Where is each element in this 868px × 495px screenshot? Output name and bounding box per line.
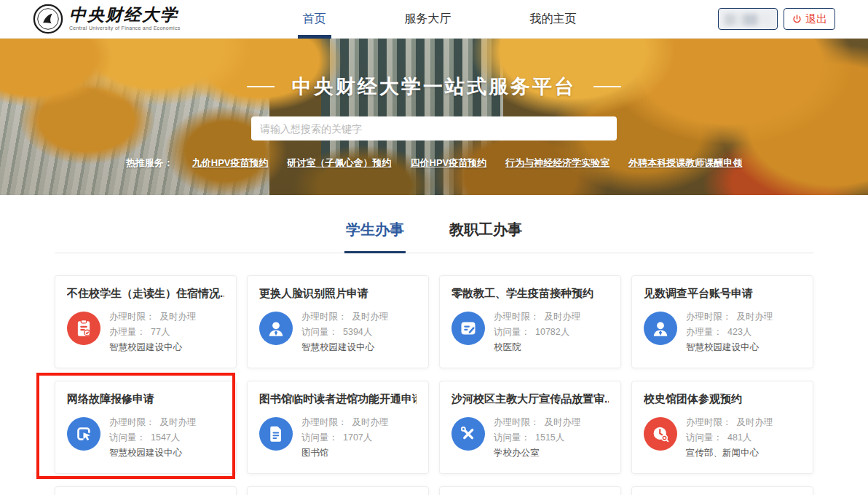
service-card-info: 办理时限：及时办理 访问量：10782人 校医院 <box>494 309 581 355</box>
service-card-title: 网络故障报修申请 <box>67 392 224 406</box>
service-count: 办理量：423人 <box>686 325 773 340</box>
cursor-click-icon <box>67 417 100 451</box>
logo-text: 中央财经大学 Central University of Finance and… <box>69 7 181 31</box>
power-icon <box>792 14 802 25</box>
tab[interactable]: 学生办事 <box>344 220 406 253</box>
service-card[interactable]: 沙河校区主教大厅宣传品放置审... 办理时限：及时办理 访问量：1515人 学校… <box>439 381 621 474</box>
logout-button[interactable]: 退出 <box>784 8 835 30</box>
service-department: 智慧校园建设中心 <box>301 340 389 355</box>
service-card-info: 办理时限：及时办理 办理量：77人 智慧校园建设中心 <box>109 309 197 355</box>
service-card-title: 校史馆团体参观预约 <box>644 392 801 406</box>
hot-service-link[interactable]: 四价HPV疫苗预约 <box>411 157 487 170</box>
main-nav: 首页 服务大厅 我的主页 <box>303 0 577 39</box>
service-card[interactable]: 零散教工、学生疫苗接种预约 办理时限：及时办理 访问量：10782人 校医院 <box>439 275 621 368</box>
service-card-info: 办理时限：及时办理 访问量：5394人 智慧校园建设中心 <box>301 309 389 355</box>
service-card[interactable]: 网络故障报修申请 办理时限：及时办理 访问量：1547人 智慧校园建设中心 <box>55 381 237 474</box>
user-icon <box>644 312 677 345</box>
service-card-info: 办理时限：及时办理 访问量：481人 宣传部、新闻中心 <box>686 415 773 461</box>
service-card-body: 办理时限：及时办理 访问量：1707人 图书馆 <box>259 415 417 461</box>
university-seal-icon <box>33 4 63 34</box>
service-card[interactable]: 不住校学生（走读生）住宿情况... 办理时限：及时办理 办理量：77人 智慧校园… <box>55 275 237 368</box>
hot-service-link[interactable]: 外聘本科授课教师课酬申领 <box>628 157 742 170</box>
page: 中央财经大学 Central University of Finance and… <box>0 0 868 495</box>
service-card-body: 办理时限：及时办理 访问量：481人 宣传部、新闻中心 <box>644 415 801 461</box>
service-card-title: 更换人脸识别照片申请 <box>259 287 417 301</box>
hot-service-link[interactable]: 研讨室（子佩心舍）预约 <box>288 157 392 170</box>
service-department: 学校办公室 <box>494 446 581 461</box>
service-card-partial[interactable] <box>631 486 813 495</box>
nav-item-label: 我的主页 <box>530 12 577 27</box>
top-header: 中央财经大学 Central University of Finance and… <box>0 0 868 39</box>
service-card-info: 办理时限：及时办理 办理量：423人 智慧校园建设中心 <box>686 309 773 355</box>
service-time-limit: 办理时限：及时办理 <box>301 309 389 325</box>
service-card-partial[interactable] <box>439 486 621 495</box>
username-redacted <box>725 14 771 25</box>
hot-service-link[interactable]: 九价HPV疫苗预约 <box>192 157 269 170</box>
service-time-limit: 办理时限：及时办理 <box>109 309 197 325</box>
hot-service-link[interactable]: 行为与神经经济学实验室 <box>505 157 609 170</box>
service-card-body: 办理时限：及时办理 访问量：1515人 学校办公室 <box>451 415 609 461</box>
platform-title: 中央财经大学一站式服务平台 <box>292 74 576 100</box>
service-department: 校医院 <box>494 340 581 355</box>
tools-icon <box>451 417 485 451</box>
service-time-limit: 办理时限：及时办理 <box>494 415 581 430</box>
clipboard-check-icon <box>67 312 100 345</box>
service-count: 访问量：5394人 <box>301 325 389 340</box>
service-time-limit: 办理时限：及时办理 <box>494 309 581 325</box>
service-time-limit: 办理时限：及时办理 <box>686 415 773 430</box>
service-card-grid: 不住校学生（走读生）住宿情况... 办理时限：及时办理 办理量：77人 智慧校园… <box>55 275 813 495</box>
logout-label: 退出 <box>805 12 827 26</box>
service-count: 办理量：77人 <box>109 325 197 340</box>
service-count: 访问量：1515人 <box>494 430 581 446</box>
service-card[interactable]: 见数调查平台账号申请 办理时限：及时办理 办理量：423人 智慧校园建设中心 <box>631 275 813 368</box>
service-card[interactable]: 更换人脸识别照片申请 办理时限：及时办理 访问量：5394人 智慧校园建设中心 <box>247 275 429 368</box>
service-department: 宣传部、新闻中心 <box>686 446 773 461</box>
nav-item-label: 首页 <box>303 12 326 27</box>
service-card-title: 零散教工、学生疫苗接种预约 <box>451 287 609 301</box>
hero-banner: 中央财经大学一站式服务平台 热推服务： 九价HPV疫苗预约研讨室（子佩心舍）预约… <box>0 39 868 195</box>
banner-content: 中央财经大学一站式服务平台 热推服务： 九价HPV疫苗预约研讨室（子佩心舍）预约… <box>0 39 868 195</box>
logo-name-cn: 中央财经大学 <box>69 7 181 24</box>
nav-item-link[interactable]: 服务大厅 <box>405 0 451 39</box>
service-card-title: 见数调查平台账号申请 <box>644 287 801 301</box>
note-pen-icon <box>451 312 485 345</box>
header-right: 退出 <box>718 8 835 30</box>
service-card[interactable]: 校史馆团体参观预约 办理时限：及时办理 访问量：481人 宣传部、新闻中心 <box>631 381 813 474</box>
service-card-partial[interactable] <box>247 486 429 495</box>
service-card[interactable]: 图书馆临时读者进馆功能开通申请 办理时限：及时办理 访问量：1707人 图书馆 <box>247 381 429 474</box>
service-department: 智慧校园建设中心 <box>109 340 197 355</box>
user-icon <box>259 312 293 345</box>
search-input[interactable] <box>251 116 617 140</box>
service-card-title: 图书馆临时读者进馆功能开通申请 <box>259 392 417 406</box>
service-count: 访问量：1547人 <box>109 430 197 446</box>
document-icon <box>259 417 293 451</box>
service-time-limit: 办理时限：及时办理 <box>686 309 773 325</box>
service-card-partial[interactable] <box>55 486 237 495</box>
service-card-body: 办理时限：及时办理 访问量：10782人 校医院 <box>451 309 609 355</box>
service-count: 访问量：10782人 <box>494 325 581 340</box>
service-time-limit: 办理时限：及时办理 <box>109 415 197 430</box>
tabs-bar: 学生办事教职工办事 <box>55 220 813 253</box>
service-department: 智慧校园建设中心 <box>109 446 197 461</box>
tab[interactable]: 教职工办事 <box>448 220 524 253</box>
title-dash-right <box>593 86 621 87</box>
service-card-body: 办理时限：及时办理 访问量：1547人 智慧校园建设中心 <box>67 415 224 461</box>
title-dash-left <box>247 86 275 87</box>
service-card-body: 办理时限：及时办理 办理量：423人 智慧校园建设中心 <box>644 309 801 355</box>
nav-item-link[interactable]: 我的主页 <box>530 0 577 39</box>
service-card-title: 不住校学生（走读生）住宿情况... <box>67 287 224 301</box>
main-content: 学生办事教职工办事 不住校学生（走读生）住宿情况... 办理时限：及时办理 办理… <box>55 195 813 495</box>
service-card-info: 办理时限：及时办理 访问量：1547人 智慧校园建设中心 <box>109 415 197 461</box>
service-department: 图书馆 <box>301 446 389 461</box>
service-card-body: 办理时限：及时办理 访问量：5394人 智慧校园建设中心 <box>259 309 417 355</box>
service-card-body: 办理时限：及时办理 办理量：77人 智慧校园建设中心 <box>67 309 224 355</box>
service-count: 访问量：1707人 <box>301 430 389 446</box>
service-card-info: 办理时限：及时办理 访问量：1515人 学校办公室 <box>494 415 581 461</box>
university-logo[interactable]: 中央财经大学 Central University of Finance and… <box>33 4 181 34</box>
username-box[interactable] <box>718 8 778 30</box>
service-count: 访问量：481人 <box>686 430 773 446</box>
nav-item-active[interactable]: 首页 <box>303 0 326 39</box>
clock-search-icon <box>644 417 677 451</box>
hot-services-row: 热推服务： 九价HPV疫苗预约研讨室（子佩心舍）预约四价HPV疫苗预约行为与神经… <box>0 157 868 170</box>
nav-item-label: 服务大厅 <box>405 12 451 27</box>
